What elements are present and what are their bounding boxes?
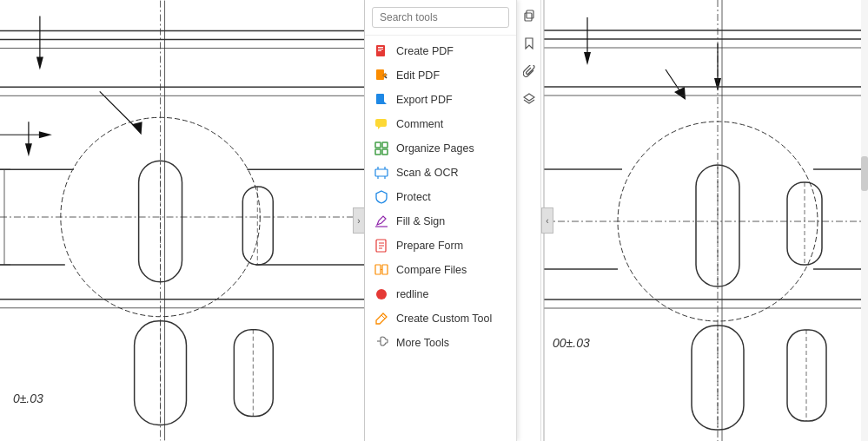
create-pdf-label: Create PDF bbox=[396, 45, 454, 57]
svg-marker-68 bbox=[524, 94, 534, 101]
svg-rect-38 bbox=[378, 50, 381, 51]
svg-rect-48 bbox=[375, 149, 381, 155]
svg-marker-45 bbox=[378, 127, 381, 129]
sidebar-attachment-icon[interactable] bbox=[520, 63, 538, 80]
svg-point-63 bbox=[376, 289, 387, 299]
svg-rect-42 bbox=[376, 94, 384, 104]
redline-label: redline bbox=[396, 288, 429, 300]
compare-files-icon bbox=[374, 262, 389, 278]
svg-rect-39 bbox=[376, 69, 384, 80]
svg-rect-37 bbox=[378, 49, 383, 49]
drawing-panel-left: 0±.03 › bbox=[0, 0, 365, 441]
svg-marker-10 bbox=[25, 143, 32, 156]
svg-text:00±.03: 00±.03 bbox=[553, 336, 590, 350]
svg-marker-75 bbox=[674, 87, 686, 100]
redline-icon bbox=[374, 286, 389, 302]
prepare-form-label: Prepare Form bbox=[396, 240, 463, 252]
svg-rect-46 bbox=[375, 142, 381, 148]
svg-rect-27 bbox=[234, 330, 273, 417]
tools-search-container bbox=[365, 0, 516, 36]
organize-pages-label: Organize Pages bbox=[396, 142, 474, 155]
svg-rect-49 bbox=[382, 149, 388, 155]
svg-text:0±.03: 0±.03 bbox=[13, 392, 43, 405]
tools-list: Create PDFEdit PDFExport PDFCommentOrgan… bbox=[365, 36, 516, 441]
create-custom-tool-icon bbox=[374, 311, 389, 326]
expand-right-button[interactable]: ‹ bbox=[541, 207, 553, 234]
svg-rect-66 bbox=[525, 13, 532, 21]
fill-sign-label: Fill & Sign bbox=[396, 215, 445, 227]
tool-item-edit-pdf[interactable]: Edit PDF bbox=[365, 63, 516, 88]
svg-rect-19 bbox=[242, 187, 273, 265]
tool-item-comment[interactable]: Comment bbox=[365, 112, 516, 136]
scan-ocr-icon bbox=[374, 165, 389, 181]
protect-icon bbox=[374, 189, 389, 205]
scan-ocr-label: Scan & OCR bbox=[396, 167, 459, 179]
create-pdf-icon bbox=[374, 43, 389, 59]
compare-files-label: Compare Files bbox=[396, 264, 467, 276]
tool-item-export-pdf[interactable]: Export PDF bbox=[365, 88, 516, 112]
svg-rect-96 bbox=[787, 330, 826, 421]
tool-item-fill-sign[interactable]: Fill & Sign bbox=[365, 209, 516, 234]
svg-rect-36 bbox=[378, 47, 383, 48]
collapse-left-button[interactable]: › bbox=[353, 207, 365, 234]
svg-marker-6 bbox=[36, 56, 43, 69]
export-pdf-icon bbox=[374, 92, 389, 108]
panel-scrollbar[interactable] bbox=[861, 0, 868, 441]
right-sidebar bbox=[517, 0, 541, 441]
tool-item-scan-ocr[interactable]: Scan & OCR bbox=[365, 161, 516, 185]
tool-item-prepare-form[interactable]: Prepare Form bbox=[365, 234, 516, 258]
export-pdf-label: Export PDF bbox=[396, 94, 453, 106]
tool-item-compare-files[interactable]: Compare Files bbox=[365, 258, 516, 282]
svg-rect-44 bbox=[375, 119, 387, 127]
svg-rect-60 bbox=[375, 265, 381, 274]
edit-pdf-label: Edit PDF bbox=[396, 69, 440, 82]
svg-marker-12 bbox=[132, 122, 142, 135]
more-tools-icon bbox=[374, 335, 389, 351]
create-custom-tool-label: Create Custom Tool bbox=[396, 313, 492, 325]
comment-icon bbox=[374, 116, 389, 132]
sidebar-copy-icon[interactable] bbox=[520, 7, 538, 24]
tool-item-create-pdf[interactable]: Create PDF bbox=[365, 39, 516, 63]
panel-scroll-thumb[interactable] bbox=[861, 156, 868, 191]
search-input[interactable] bbox=[372, 7, 509, 28]
tool-item-more-tools[interactable]: More Tools bbox=[365, 331, 516, 355]
svg-line-64 bbox=[381, 315, 385, 319]
svg-marker-73 bbox=[584, 52, 591, 65]
tool-item-protect[interactable]: Protect bbox=[365, 185, 516, 209]
protect-label: Protect bbox=[396, 191, 431, 203]
tool-item-organize-pages[interactable]: Organize Pages bbox=[365, 136, 516, 161]
comment-label: Comment bbox=[396, 118, 443, 130]
tool-item-redline[interactable]: redline bbox=[365, 282, 516, 306]
edit-pdf-icon bbox=[374, 68, 389, 83]
sidebar-bookmark-icon[interactable] bbox=[520, 35, 538, 52]
tool-item-create-custom-tool[interactable]: Create Custom Tool bbox=[365, 306, 516, 331]
svg-rect-67 bbox=[527, 10, 533, 18]
fill-sign-icon bbox=[374, 214, 389, 229]
prepare-form-icon bbox=[374, 238, 389, 253]
tools-panel: Create PDFEdit PDFExport PDFCommentOrgan… bbox=[365, 0, 517, 441]
svg-rect-47 bbox=[382, 142, 388, 148]
drawing-panel-right: ‹ bbox=[541, 0, 868, 441]
svg-marker-8 bbox=[39, 131, 52, 138]
svg-rect-61 bbox=[382, 265, 388, 274]
svg-rect-50 bbox=[375, 169, 388, 176]
sidebar-layers-icon[interactable] bbox=[520, 90, 538, 108]
organize-pages-icon bbox=[374, 141, 389, 156]
more-tools-label: More Tools bbox=[396, 337, 449, 349]
